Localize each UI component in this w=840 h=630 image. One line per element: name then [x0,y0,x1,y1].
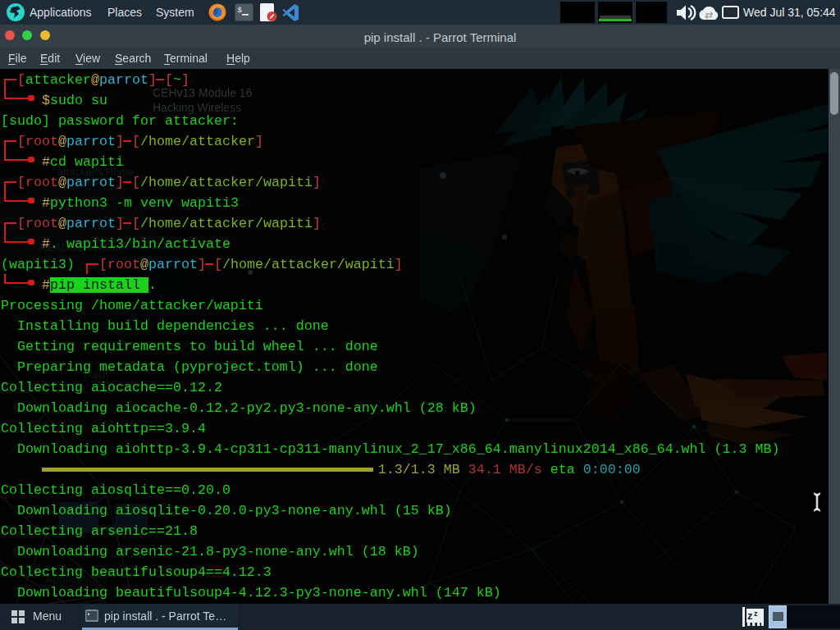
svg-text:z: z [754,609,758,618]
svg-text:z: z [747,609,753,622]
svg-text:$: $ [238,7,243,15]
